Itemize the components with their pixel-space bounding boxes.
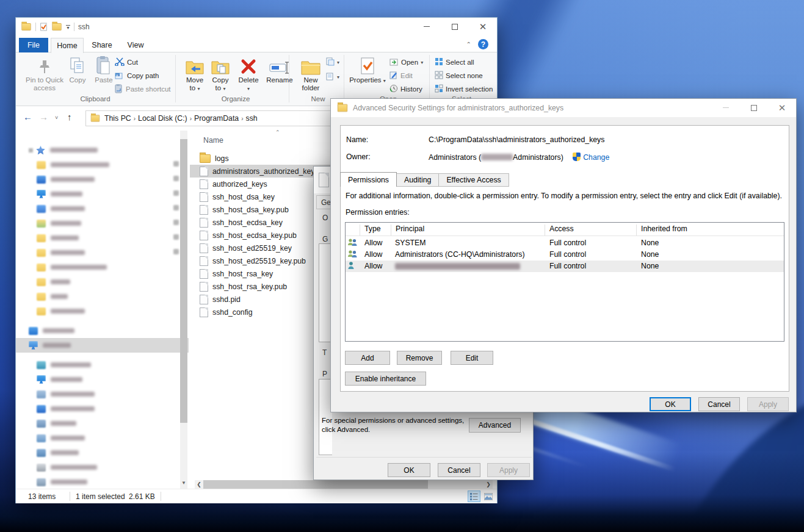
adv-cancel-button[interactable]: Cancel: [698, 397, 740, 411]
advanced-button[interactable]: Advanced: [469, 418, 521, 433]
nav-item[interactable]: [37, 359, 91, 371]
breadcrumb-This PC[interactable]: This PC: [104, 114, 131, 123]
minimize-button[interactable]: [413, 18, 441, 35]
nav-item[interactable]: [37, 290, 68, 303]
tab-home[interactable]: Home: [51, 38, 84, 53]
help-icon[interactable]: ?: [478, 39, 488, 49]
nav-item[interactable]: [37, 159, 109, 171]
nav-item[interactable]: [37, 432, 85, 444]
breadcrumb-separator[interactable]: ›: [132, 115, 137, 122]
pin-to-quick-access-button[interactable]: Pin to Quick access: [24, 54, 65, 92]
qat-newfolder-icon[interactable]: [52, 23, 61, 31]
adv-minimize-button[interactable]: [712, 99, 740, 117]
breadcrumb-ProgramData[interactable]: ProgramData: [194, 114, 239, 123]
breadcrumb-separator[interactable]: ›: [189, 115, 193, 122]
forward-button[interactable]: →: [39, 112, 48, 122]
scroll-right-icon[interactable]: ❯: [484, 481, 493, 487]
paste-button[interactable]: Paste: [92, 54, 116, 84]
nav-item[interactable]: [37, 388, 95, 400]
nav-item[interactable]: [29, 325, 74, 337]
column-header-name[interactable]: Name: [203, 136, 223, 145]
nav-item[interactable]: [37, 261, 107, 273]
select-all-button[interactable]: Select all: [435, 57, 474, 67]
enable-inheritance-button[interactable]: Enable inheritance: [345, 372, 426, 386]
nav-item[interactable]: [37, 246, 85, 259]
column-header-access[interactable]: Access: [549, 225, 574, 233]
nav-item[interactable]: [37, 461, 97, 473]
nav-item[interactable]: [37, 217, 81, 229]
add-button[interactable]: Add: [345, 351, 390, 365]
props-cancel-button[interactable]: Cancel: [438, 463, 480, 477]
tab-view[interactable]: View: [120, 38, 151, 52]
qat-customize-icon[interactable]: ▼: [66, 25, 70, 29]
adv-close-button[interactable]: ✕: [768, 99, 796, 117]
history-button[interactable]: History: [389, 84, 422, 94]
easy-access-button[interactable]: ▾: [326, 72, 339, 82]
column-header-type[interactable]: Type: [364, 225, 381, 233]
breadcrumb-Local Disk (C:)[interactable]: Local Disk (C:): [138, 114, 187, 123]
back-button[interactable]: ←: [23, 112, 32, 122]
properties-button[interactable]: Properties ▾: [349, 54, 386, 85]
move-to-button[interactable]: Move to ▾: [183, 54, 206, 93]
edit-button[interactable]: Edit: [389, 71, 413, 81]
nav-item[interactable]: [37, 173, 95, 185]
nav-item[interactable]: [37, 403, 95, 415]
cut-button[interactable]: Cut: [115, 57, 138, 67]
nav-item[interactable]: [37, 232, 79, 244]
adv-apply-button[interactable]: Apply: [747, 397, 789, 411]
new-folder-button[interactable]: New folder: [295, 54, 326, 92]
rename-button[interactable]: Rename: [263, 54, 297, 84]
adv-tab-permissions[interactable]: Permissions: [340, 172, 397, 187]
copy-to-button[interactable]: Copy to ▾: [209, 54, 232, 93]
new-item-button[interactable]: ▾: [326, 57, 339, 67]
recent-locations-icon[interactable]: ˅: [55, 115, 58, 121]
horizontal-scrollbar[interactable]: ❮ ❯: [195, 480, 493, 489]
adv-tab-auditing[interactable]: Auditing: [396, 173, 439, 187]
up-button[interactable]: ↑: [67, 112, 72, 122]
open-button[interactable]: Open ▾: [389, 57, 423, 67]
nav-item[interactable]: [37, 476, 87, 488]
nav-item[interactable]: [37, 447, 79, 459]
props-ok-button[interactable]: OK: [388, 463, 430, 477]
tab-file[interactable]: File: [19, 38, 48, 52]
permission-row-3[interactable]: AllowFull controlNone: [346, 261, 784, 272]
props-apply-button[interactable]: Apply: [487, 463, 530, 477]
adv-maximize-button[interactable]: [740, 99, 768, 117]
adv-ok-button[interactable]: OK: [650, 397, 691, 411]
close-button[interactable]: ✕: [469, 18, 497, 35]
breadcrumb-ssh[interactable]: ssh: [246, 114, 258, 123]
edit-button-adv[interactable]: Edit: [451, 351, 493, 365]
nav-item[interactable]: [37, 276, 70, 288]
nav-item[interactable]: [29, 339, 71, 351]
sort-ascending-icon: ⌃: [275, 129, 280, 135]
column-header-inherited-from[interactable]: Inherited from: [641, 225, 687, 233]
nav-scroll-down-icon[interactable]: ▼: [181, 480, 186, 486]
adv-tab-effective-access[interactable]: Effective Access: [438, 173, 509, 187]
nav-scrollbar[interactable]: [180, 131, 187, 489]
tab-share[interactable]: Share: [86, 38, 118, 52]
collapse-ribbon-icon[interactable]: ⌃: [466, 41, 471, 48]
remove-button[interactable]: Remove: [397, 351, 442, 365]
nav-item[interactable]: [37, 417, 76, 430]
delete-button[interactable]: Delete ▾: [237, 54, 260, 93]
details-view-button[interactable]: [468, 491, 480, 502]
change-owner-link[interactable]: Change: [583, 153, 609, 162]
column-header-principal[interactable]: Principal: [396, 225, 424, 233]
copy-path-button[interactable]: w Copy path: [115, 71, 159, 81]
maximize-button[interactable]: [441, 18, 469, 35]
qat-properties-icon[interactable]: [40, 22, 48, 32]
nav-item[interactable]: [37, 203, 85, 215]
breadcrumb-separator[interactable]: ›: [240, 115, 244, 122]
nav-item[interactable]: [37, 305, 85, 317]
nav-item[interactable]: [37, 373, 82, 386]
thumbnail-view-button[interactable]: [482, 491, 494, 502]
permission-row-2[interactable]: AllowAdministrators (CC-HQ\Administrator…: [346, 249, 784, 261]
paste-shortcut-button[interactable]: Paste shortcut: [115, 84, 171, 94]
copy-button[interactable]: Copy: [66, 54, 89, 84]
nav-item[interactable]: [29, 144, 98, 156]
select-none-button[interactable]: Select none: [435, 71, 483, 81]
permission-row-1[interactable]: AllowSYSTEMFull controlNone: [346, 237, 784, 249]
nav-item[interactable]: [37, 188, 82, 200]
scroll-left-icon[interactable]: ❮: [195, 481, 203, 487]
invert-selection-button[interactable]: Invert selection: [435, 84, 493, 94]
